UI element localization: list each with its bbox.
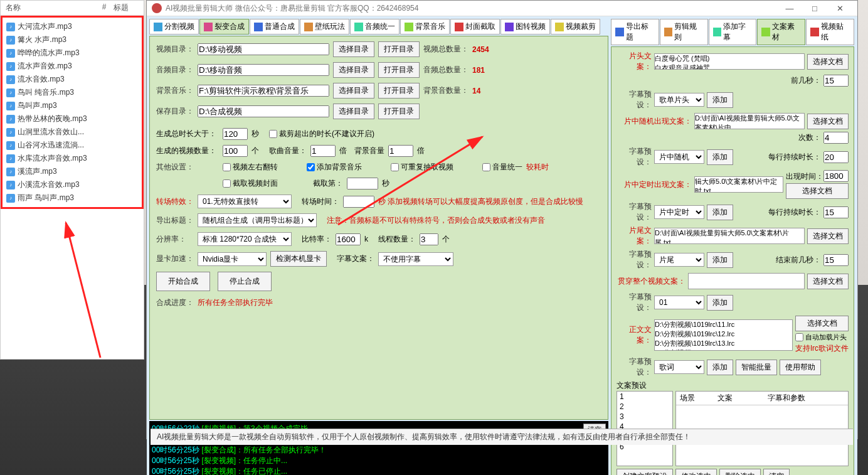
add-bgm-checkbox[interactable] [307, 163, 315, 171]
repeat-checkbox[interactable] [391, 163, 399, 171]
head-copy-textarea[interactable]: 白度母心咒 (梵唱) 白衣观音灵感神咒 [654, 53, 805, 70]
stop-button[interactable]: 停止合成 [218, 272, 272, 291]
save-select-dir-button[interactable]: 选择目录 [333, 104, 374, 119]
video-open-dir-button[interactable]: 打开目录 [378, 41, 420, 57]
file-item[interactable]: ♪篝火 水声.mp3 [5, 33, 139, 46]
body-textarea[interactable]: D:\分割视频\1019lrc\11.lrc D:\分割视频\1019lrc\1… [654, 319, 793, 351]
mid-fixed-textarea[interactable]: 辑大师5.0\文案素材\片中定时.txt [694, 176, 783, 193]
maximize-button[interactable]: □ [802, 1, 827, 16]
crop-cover-checkbox[interactable] [223, 179, 231, 188]
file-item[interactable]: ♪山谷河水迅速流淌... [5, 139, 139, 152]
select-file2-button[interactable]: 选择文档 [807, 114, 849, 129]
col-title[interactable]: 标题 [114, 3, 139, 13]
gen-count-input[interactable] [223, 145, 248, 157]
whole-textarea[interactable] [688, 273, 805, 289]
col-name[interactable]: 名称 [6, 3, 95, 13]
audio-select-dir-button[interactable]: 选择目录 [333, 62, 374, 78]
count-input[interactable] [823, 132, 849, 144]
bitrate-input[interactable] [336, 233, 361, 245]
bg-vol-input[interactable] [388, 145, 413, 157]
file-item[interactable]: ♪小溪流水音效.mp3 [5, 178, 139, 191]
add3-button[interactable]: 添加 [707, 205, 733, 220]
hold2-input[interactable] [823, 206, 849, 218]
modify-button[interactable]: 修改选中 [675, 469, 717, 475]
song-vol-input[interactable] [310, 145, 336, 157]
crop-extra-checkbox[interactable] [269, 130, 277, 138]
add4-button[interactable]: 添加 [707, 252, 733, 268]
file-item[interactable]: ♪水库流水声音效.mp3 [5, 152, 139, 165]
hold-input[interactable] [823, 151, 849, 163]
create-preset-button[interactable]: 创建文案预设 [617, 469, 673, 475]
select-file-button[interactable]: 选择文档 [807, 54, 849, 70]
appear-input[interactable] [823, 170, 849, 182]
tab-2[interactable]: 普通合成 [250, 19, 299, 35]
tab-3[interactable]: 壁纸玩法 [300, 19, 349, 35]
add5-button[interactable]: 添加 [707, 295, 733, 311]
clear-preset-button[interactable]: 清空 [763, 469, 790, 475]
bgm-dir-input[interactable] [198, 85, 329, 97]
file-item[interactable]: ♪鸟叫声.mp3 [5, 99, 139, 112]
tab-8[interactable]: 视频裁剪 [551, 19, 600, 35]
trans-select[interactable]: 01.无特效直接转 [198, 195, 292, 208]
trans-time-input[interactable] [343, 196, 374, 208]
close-button[interactable]: ✕ [827, 1, 852, 16]
add1-button[interactable]: 添加 [707, 92, 733, 108]
tab-6[interactable]: 封面截取 [450, 19, 500, 35]
preset4-select[interactable]: 片尾 [654, 253, 704, 267]
select-file3-button[interactable]: 选择文档 [786, 183, 849, 199]
audio-dir-input[interactable] [198, 64, 329, 76]
preset2-select[interactable]: 片中随机 [654, 150, 704, 164]
minimize-button[interactable]: — [777, 1, 802, 16]
file-item[interactable]: ♪热带丛林的夜晚.mp3 [5, 112, 139, 125]
delete-button[interactable]: 删除选中 [719, 469, 761, 475]
file-item[interactable]: ♪雨声 鸟叫声.mp3 [5, 191, 139, 205]
gpu-check-button[interactable]: 检测本机显卡 [270, 251, 327, 267]
audio-open-dir-button[interactable]: 打开目录 [378, 62, 420, 78]
file-item[interactable]: ♪哗哗的流水声.mp3 [5, 46, 139, 60]
add6-button[interactable]: 添加 [707, 360, 733, 375]
gpu-select[interactable]: Nvidia显卡 [198, 252, 267, 266]
rtab-4[interactable]: 视频贴纸 [806, 19, 854, 45]
tab-0[interactable]: 分割视频 [149, 19, 199, 35]
tab-4[interactable]: 音频统一 [350, 19, 400, 35]
frame-input[interactable] [347, 178, 378, 189]
preset-item[interactable]: 3 [617, 412, 672, 422]
vol-unify-checkbox[interactable] [482, 163, 490, 171]
end-sec-input[interactable] [823, 254, 849, 266]
select-file5-button[interactable]: 选择文档 [807, 274, 849, 289]
file-item[interactable]: ♪溪流声.mp3 [5, 165, 139, 178]
file-item[interactable]: ♪流水声音效.mp3 [5, 60, 139, 73]
res-select[interactable]: 标准 1280*720 合成快 [198, 232, 292, 246]
rtab-0[interactable]: 导出标题 [611, 19, 659, 45]
qian-sec-input[interactable] [823, 75, 849, 87]
select-file6-button[interactable]: 选择文档 [795, 316, 849, 331]
mid-rand-textarea[interactable]: D:\封面\AI视频批量剪辑大师5.0\文案素材\片中... [694, 113, 805, 129]
bgm-select-dir-button[interactable]: 选择目录 [333, 83, 374, 99]
gen-dur-input[interactable] [223, 128, 248, 140]
bgm-open-dir-button[interactable]: 打开目录 [378, 83, 420, 99]
select-file4-button[interactable]: 选择文档 [807, 228, 849, 244]
tab-5[interactable]: 背景音乐 [400, 19, 450, 35]
flip-checkbox[interactable] [223, 163, 231, 171]
tab-1[interactable]: 裂变合成 [199, 19, 249, 35]
file-item[interactable]: ♪鸟叫 纯音乐.mp3 [5, 86, 139, 99]
rtab-3[interactable]: 文案素材 [757, 19, 805, 45]
thread-input[interactable] [420, 233, 438, 245]
save-open-dir-button[interactable]: 打开目录 [378, 104, 420, 119]
auto-load-checkbox[interactable] [795, 333, 803, 341]
subtitle-select[interactable]: 不使用字幕 [378, 252, 453, 266]
preset1-select[interactable]: 歌单片头 [654, 93, 704, 107]
file-item[interactable]: ♪大河流水声.mp3 [5, 20, 139, 33]
file-item[interactable]: ♪山洞里流水音效山... [5, 125, 139, 139]
rtab-1[interactable]: 剪辑规则 [660, 19, 708, 45]
rtab-2[interactable]: 添加字幕 [709, 19, 757, 45]
video-dir-input[interactable] [198, 43, 329, 55]
preset3-select[interactable]: 片中定时 [654, 205, 704, 219]
col-hash[interactable]: # [95, 3, 114, 13]
preset5-select[interactable]: 01 [654, 296, 704, 309]
preset-item[interactable]: 1 [617, 392, 672, 402]
preset-item[interactable]: 2 [617, 402, 672, 412]
smart-batch-button[interactable]: 智能批量 [736, 360, 777, 375]
tail-textarea[interactable]: D:\封面\AI视频批量剪辑大师5.0\文案素材\片尾.txt [654, 228, 805, 244]
add2-button[interactable]: 添加 [707, 149, 733, 165]
